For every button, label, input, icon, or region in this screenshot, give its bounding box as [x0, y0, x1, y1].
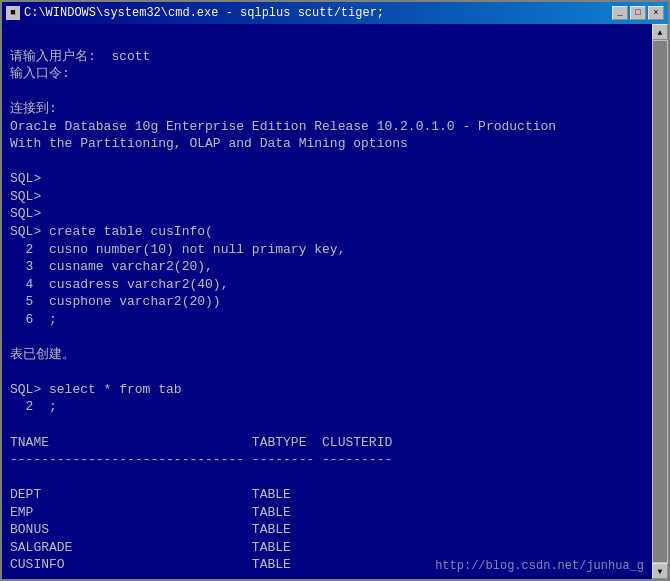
- title-buttons: _ □ ×: [612, 6, 664, 20]
- title-bar: ■ C:\WINDOWS\system32\cmd.exe - sqlplus …: [2, 2, 668, 24]
- minimize-button[interactable]: _: [612, 6, 628, 20]
- terminal-body: 请输入用户名: scott 输入口令: 连接到: Oracle Database…: [2, 24, 668, 579]
- window-icon: ■: [6, 6, 20, 20]
- cmd-window: ■ C:\WINDOWS\system32\cmd.exe - sqlplus …: [0, 0, 670, 581]
- scroll-down-button[interactable]: ▼: [652, 563, 668, 579]
- scroll-up-button[interactable]: ▲: [652, 24, 668, 40]
- window-title: C:\WINDOWS\system32\cmd.exe - sqlplus sc…: [24, 6, 384, 20]
- watermark: http://blog.csdn.net/junhua_g: [435, 559, 644, 573]
- maximize-button[interactable]: □: [630, 6, 646, 20]
- terminal-content: 请输入用户名: scott 输入口令: 连接到: Oracle Database…: [10, 30, 660, 579]
- title-bar-left: ■ C:\WINDOWS\system32\cmd.exe - sqlplus …: [6, 6, 384, 20]
- close-button[interactable]: ×: [648, 6, 664, 20]
- scrollbar-track: [653, 41, 667, 562]
- scrollbar[interactable]: ▲ ▼: [652, 24, 668, 579]
